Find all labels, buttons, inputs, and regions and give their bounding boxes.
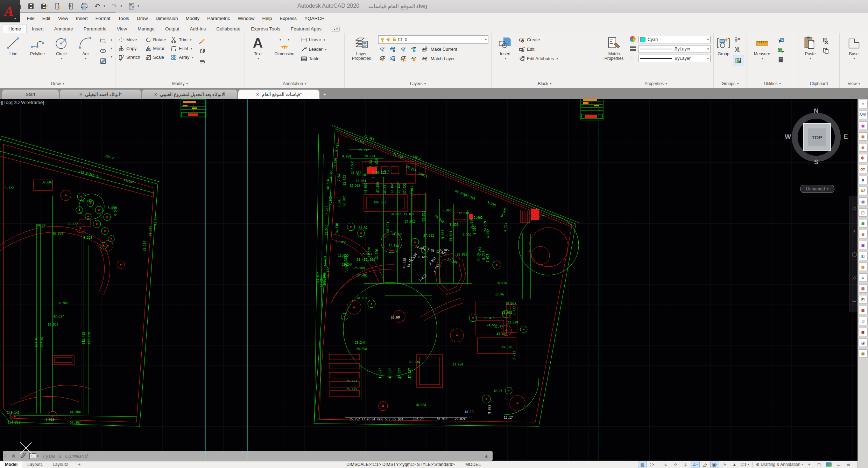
- navbar-icon-0[interactable]: ◎: [852, 205, 856, 211]
- rectangle-dropdown[interactable]: ▾: [111, 38, 112, 42]
- menu-insert[interactable]: Insert: [72, 16, 92, 21]
- layout1-tab[interactable]: Layout1: [22, 461, 48, 468]
- doc-tab-1[interactable]: *اتوكاد‎ احمد‎ البغيلى✕: [60, 90, 141, 99]
- edit-block-button[interactable]: Edit: [519, 46, 558, 53]
- close-icon[interactable]: ✕: [256, 92, 259, 97]
- menu-view[interactable]: View: [54, 16, 72, 21]
- command-settings-icon[interactable]: [21, 452, 27, 460]
- drawing-canvas[interactable]: C230.2143.97163.2137.60215.6071.12224.34…: [0, 99, 868, 461]
- menu-parametric[interactable]: Parametric: [203, 16, 234, 21]
- viewcube-top-face[interactable]: TOP: [803, 123, 831, 151]
- save-as-button[interactable]: [40, 2, 48, 10]
- doc-tab-start[interactable]: Start: [2, 90, 59, 99]
- group-button[interactable]: Group: [715, 35, 732, 79]
- close-icon[interactable]: ✕: [154, 92, 157, 97]
- layer-properties-button[interactable]: Layer Properties: [347, 35, 375, 79]
- hatch-dropdown[interactable]: ▾: [111, 55, 112, 58]
- palette-icon-14[interactable]: ◧: [859, 252, 868, 260]
- command-input[interactable]: [41, 453, 484, 460]
- viewcube[interactable]: N W E S TOP: [788, 109, 844, 165]
- object-color-select[interactable]: Cyan▾: [638, 36, 711, 43]
- panel-label-annotation[interactable]: Annotation▾: [245, 79, 344, 88]
- menu-help[interactable]: Help: [258, 16, 276, 21]
- palette-icon-7[interactable]: ≣: [859, 176, 868, 184]
- viewcube-west[interactable]: W: [785, 133, 791, 141]
- palette-icon-9[interactable]: ▤: [859, 197, 868, 206]
- make-current-button[interactable]: Make Current: [431, 47, 457, 52]
- ribbon-tab-addins[interactable]: Add-ins: [184, 25, 211, 33]
- navbar-icon-3[interactable]: ◇: [853, 275, 856, 280]
- layer-select[interactable]: 0 ▾: [378, 35, 488, 44]
- customization-button[interactable]: ☰: [844, 461, 853, 468]
- palette-icon-13[interactable]: ▣: [859, 241, 868, 249]
- copy-button[interactable]: Copy: [118, 46, 140, 52]
- offset-button[interactable]: [198, 57, 207, 65]
- close-icon[interactable]: ✕: [79, 92, 83, 97]
- infer-constraints-toggle[interactable]: ⊾: [662, 461, 670, 468]
- ellipse-tool-button[interactable]: [99, 47, 107, 55]
- fillet-dropdown[interactable]: ▾: [191, 47, 192, 50]
- palette-icon-20[interactable]: ⊡: [859, 317, 868, 325]
- redo-dropdown[interactable]: ▾: [121, 4, 122, 8]
- mirror-button[interactable]: Mirror: [145, 46, 166, 52]
- panel-label-clipboard[interactable]: Clipboard: [798, 79, 839, 88]
- polar-tracking-toggle[interactable]: ∠ ▾: [691, 461, 699, 468]
- menu-edit[interactable]: Edit: [38, 16, 54, 21]
- palette-icon-3[interactable]: ▩: [859, 132, 868, 141]
- menu-draw[interactable]: Draw: [133, 16, 152, 21]
- panel-label-groups[interactable]: Groups▾: [714, 79, 747, 88]
- viewcube-south[interactable]: S: [814, 158, 819, 166]
- layer-restore-button[interactable]: [389, 55, 397, 63]
- ribbon-tab-manage[interactable]: Manage: [132, 25, 160, 33]
- array-button[interactable]: Array▾: [171, 54, 193, 61]
- panel-label-layers[interactable]: Layers▾: [345, 79, 491, 88]
- layout2-tab[interactable]: Layout2: [48, 461, 73, 468]
- edit-attributes-dropdown[interactable]: ▾: [556, 57, 558, 61]
- cut-button[interactable]: [821, 37, 830, 44]
- panel-label-view[interactable]: View▾: [840, 79, 868, 88]
- hardware-acceleration-button[interactable]: [825, 461, 833, 468]
- stretch-button[interactable]: Stretch: [118, 54, 140, 61]
- table-button[interactable]: Table: [301, 56, 326, 62]
- layer-isolate-button[interactable]: [389, 46, 397, 53]
- line-button[interactable]: Line: [3, 35, 24, 79]
- isodraft-toggle[interactable]: ◿ ▾: [701, 461, 709, 468]
- palette-icon-10[interactable]: ◫: [859, 208, 868, 217]
- linear-dimension-button[interactable]: Linear▾: [301, 37, 326, 43]
- ribbon-tab-parametric[interactable]: Parametric: [78, 25, 112, 33]
- palette-icon-8[interactable]: A2: [859, 187, 868, 195]
- menu-yqarch[interactable]: YQARCH: [301, 16, 329, 21]
- select-similar-button[interactable]: [776, 46, 785, 54]
- command-prompt-icon[interactable]: >_▾: [29, 453, 39, 459]
- ribbon-tab-collaborate[interactable]: Collaborate: [211, 25, 246, 33]
- menu-file[interactable]: File: [23, 16, 38, 21]
- group-selection-toggle[interactable]: [733, 55, 744, 66]
- grid-toggle[interactable]: ▦: [638, 461, 647, 468]
- quick-calculator-button[interactable]: [776, 56, 785, 63]
- palette-icon-17[interactable]: ▨: [859, 284, 868, 293]
- fillet-button[interactable]: Fillet▾: [171, 46, 193, 52]
- ribbon-tab-output[interactable]: Output: [160, 25, 185, 33]
- ribbon-collapse-button[interactable]: ▴ ▾: [332, 27, 340, 32]
- new-drawing-tab-button[interactable]: +: [323, 91, 326, 97]
- menu-modify[interactable]: Modify: [182, 16, 203, 21]
- panel-label-block[interactable]: Block▾: [492, 79, 598, 88]
- paste-button[interactable]: Paste▾: [801, 35, 819, 79]
- panel-label-utilities[interactable]: Utilities▾: [747, 79, 798, 88]
- explode-3d-button[interactable]: [198, 47, 207, 55]
- leader-button[interactable]: Leader▾: [301, 46, 326, 53]
- doc-tab-2[interactable]: الاتوكاد‎ بعد‎ التعديل‎ لمشروع‎ العتيبى✕: [142, 90, 237, 99]
- ortho-toggle[interactable]: ⊥: [681, 461, 690, 468]
- make-current-icon[interactable]: [420, 46, 429, 53]
- rectangle-tool-button[interactable]: [99, 37, 107, 44]
- clean-screen-button[interactable]: ▭: [834, 461, 843, 468]
- open-from-web-button[interactable]: [53, 2, 62, 10]
- command-close-button[interactable]: ✕: [11, 453, 16, 459]
- space-indicator[interactable]: MODEL: [465, 462, 481, 467]
- annotation-visibility-toggle[interactable]: ▲: [730, 461, 739, 468]
- command-history-toggle[interactable]: ▲: [484, 454, 488, 459]
- dynamic-input-toggle[interactable]: ⊹: [671, 461, 680, 468]
- palette-icon-12[interactable]: ⊞: [859, 230, 868, 238]
- layer-unlock-button[interactable]: [410, 55, 418, 63]
- doc-tab-3-active[interactable]: *قياسات‎ الموقع‎ العام✕: [238, 90, 319, 99]
